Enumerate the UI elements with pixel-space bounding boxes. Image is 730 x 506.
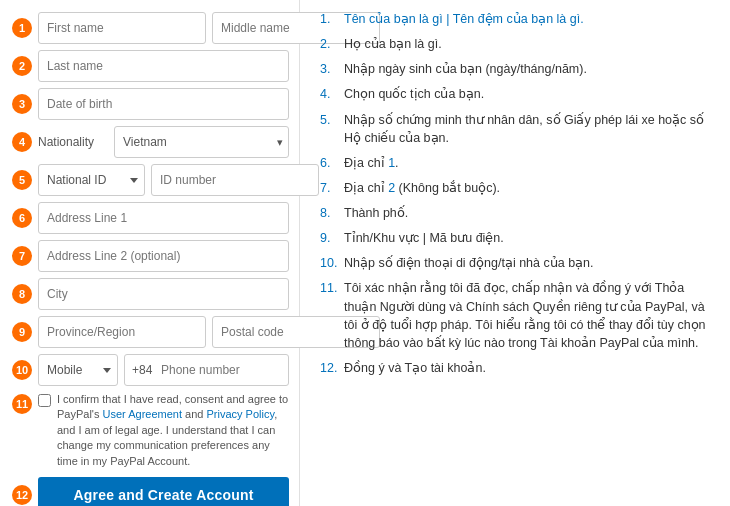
instruction-11: 11. Tôi xác nhận rằng tôi đã đọc, chấp n… xyxy=(320,279,714,352)
instr-text-4: Chọn quốc tịch của bạn. xyxy=(344,85,484,103)
user-agreement-link[interactable]: User Agreement xyxy=(103,408,182,420)
instr-text-11: Tôi xác nhận rằng tôi đã đọc, chấp nhận … xyxy=(344,279,714,352)
instr-text-12: Đồng ý và Tạo tài khoản. xyxy=(344,359,486,377)
instruction-8: 8. Thành phố. xyxy=(320,204,714,222)
step-badge-1: 1 xyxy=(12,18,32,38)
instr-num-11: 11. xyxy=(320,279,340,352)
nationality-select[interactable]: Vietnam United States United Kingdom Aus… xyxy=(114,126,289,158)
instr-num-4: 4. xyxy=(320,85,340,103)
phone-type-wrapper: Mobile Home Work xyxy=(38,354,118,386)
instr-text-8: Thành phố. xyxy=(344,204,408,222)
instr-text-9: Tỉnh/Khu vực | Mã bưu điện. xyxy=(344,229,504,247)
instruction-4: 4. Chọn quốc tịch của bạn. xyxy=(320,85,714,103)
step-badge-12: 12 xyxy=(12,485,32,505)
instr-num-6: 6. xyxy=(320,154,340,172)
form-row-3: 3 xyxy=(12,88,289,120)
instr-num-10: 10. xyxy=(320,254,340,272)
step-badge-6: 6 xyxy=(12,208,32,228)
nationality-label: Nationality xyxy=(38,135,110,149)
nationality-row: Nationality Vietnam United States United… xyxy=(38,126,289,158)
instr-text-1: Tên của bạn là gì | Tên đệm của bạn là g… xyxy=(344,10,584,28)
instruction-5: 5. Nhập số chứng minh thư nhân dân, số G… xyxy=(320,111,714,147)
step-badge-2: 2 xyxy=(12,56,32,76)
province-input[interactable] xyxy=(38,316,206,348)
instr-num-8: 8. xyxy=(320,204,340,222)
privacy-policy-link[interactable]: Privacy Policy xyxy=(206,408,274,420)
instr-num-12: 12. xyxy=(320,359,340,377)
form-row-5: 5 National ID Passport Driver License xyxy=(12,164,289,196)
terms-text: I confirm that I have read, consent and … xyxy=(57,392,289,469)
instruction-12: 12. Đồng ý và Tạo tài khoản. xyxy=(320,359,714,377)
form-row-11: 11 I confirm that I have read, consent a… xyxy=(12,392,289,469)
instr-num-1: 1. xyxy=(320,10,340,28)
form-row-8: 8 xyxy=(12,278,289,310)
instr-num-7: 7. xyxy=(320,179,340,197)
form-row-9: 9 xyxy=(12,316,289,348)
form-panel: 1 2 3 4 Nationality Vietnam United State… xyxy=(0,0,300,506)
instruction-2: 2. Họ của bạn là gì. xyxy=(320,35,714,53)
instruction-10: 10. Nhập số điện thoại di động/tại nhà c… xyxy=(320,254,714,272)
submit-button[interactable]: Agree and Create Account xyxy=(38,477,289,506)
form-row-6: 6 xyxy=(12,202,289,234)
phone-type-select[interactable]: Mobile Home Work xyxy=(38,354,118,386)
instructions-list: 1. Tên của bạn là gì | Tên đệm của bạn l… xyxy=(320,10,714,377)
instr-highlight-7: 2 xyxy=(388,181,395,195)
form-row-2: 2 xyxy=(12,50,289,82)
id-type-select[interactable]: National ID Passport Driver License xyxy=(38,164,145,196)
instruction-1: 1. Tên của bạn là gì | Tên đệm của bạn l… xyxy=(320,10,714,28)
instr-text-5: Nhập số chứng minh thư nhân dân, số Giấy… xyxy=(344,111,714,147)
step-badge-9: 9 xyxy=(12,322,32,342)
instr-num-2: 2. xyxy=(320,35,340,53)
step-badge-4: 4 xyxy=(12,132,32,152)
nationality-select-wrapper: Vietnam United States United Kingdom Aus… xyxy=(114,126,289,158)
phone-input-wrapper: +84 xyxy=(124,354,289,386)
instruction-9: 9. Tỉnh/Khu vực | Mã bưu điện. xyxy=(320,229,714,247)
instr-num-9: 9. xyxy=(320,229,340,247)
form-row-4: 4 Nationality Vietnam United States Unit… xyxy=(12,126,289,158)
form-row-12: 12 Agree and Create Account xyxy=(12,477,289,506)
instr-highlight-6: 1 xyxy=(388,156,395,170)
dob-input[interactable] xyxy=(38,88,289,120)
id-type-wrapper: National ID Passport Driver License xyxy=(38,164,145,196)
terms-checkbox-row: I confirm that I have read, consent and … xyxy=(38,392,289,469)
instructions-panel: 1. Tên của bạn là gì | Tên đệm của bạn l… xyxy=(300,0,730,506)
address2-input[interactable] xyxy=(38,240,289,272)
step-badge-8: 8 xyxy=(12,284,32,304)
city-input[interactable] xyxy=(38,278,289,310)
first-name-input[interactable] xyxy=(38,12,206,44)
instr-text-10: Nhập số điện thoại di động/tại nhà của b… xyxy=(344,254,594,272)
step-badge-11: 11 xyxy=(12,394,32,414)
step-badge-7: 7 xyxy=(12,246,32,266)
instr-text-6: Địa chỉ 1. xyxy=(344,154,399,172)
instr-num-3: 3. xyxy=(320,60,340,78)
phone-input[interactable] xyxy=(124,354,289,386)
instr-text-2: Họ của bạn là gì. xyxy=(344,35,442,53)
instruction-7: 7. Địa chỉ 2 (Không bắt buộc). xyxy=(320,179,714,197)
national-id-row: National ID Passport Driver License xyxy=(38,164,319,196)
form-row-1: 1 xyxy=(12,12,289,44)
step-badge-10: 10 xyxy=(12,360,32,380)
address1-input[interactable] xyxy=(38,202,289,234)
instruction-6: 6. Địa chỉ 1. xyxy=(320,154,714,172)
instr-num-5: 5. xyxy=(320,111,340,147)
terms-checkbox[interactable] xyxy=(38,394,51,407)
form-row-10: 10 Mobile Home Work +84 xyxy=(12,354,289,386)
instr-text-7: Địa chỉ 2 (Không bắt buộc). xyxy=(344,179,500,197)
id-number-input[interactable] xyxy=(151,164,319,196)
step-badge-5: 5 xyxy=(12,170,32,190)
instr-text-3: Nhập ngày sinh của bạn (ngày/tháng/năm). xyxy=(344,60,587,78)
last-name-input[interactable] xyxy=(38,50,289,82)
form-row-7: 7 xyxy=(12,240,289,272)
instruction-3: 3. Nhập ngày sinh của bạn (ngày/tháng/nă… xyxy=(320,60,714,78)
step-badge-3: 3 xyxy=(12,94,32,114)
phone-row: Mobile Home Work +84 xyxy=(38,354,289,386)
